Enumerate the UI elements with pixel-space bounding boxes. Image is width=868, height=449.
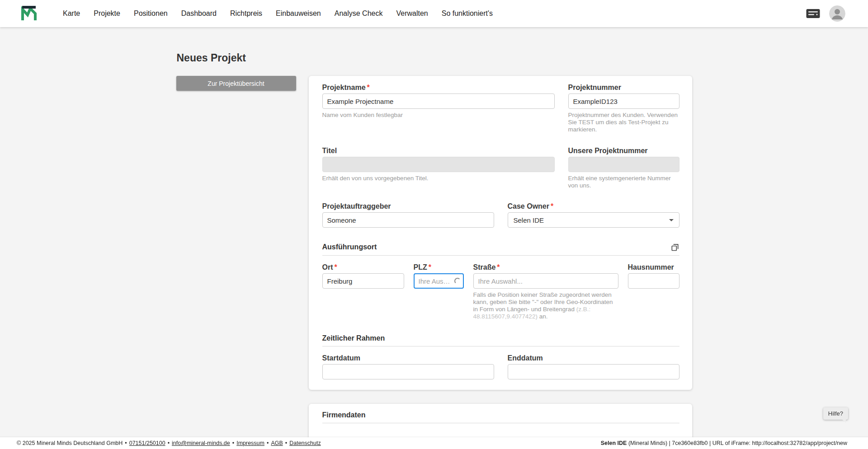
copyright-text: © 2025 Mineral Minds Deutschland GmbH — [17, 440, 123, 446]
strasse-input[interactable] — [473, 273, 618, 289]
required-marker: * — [367, 84, 370, 91]
strasse-label: Straße* — [473, 263, 618, 271]
hausnummer-field: Hausnummer — [628, 263, 679, 320]
main-content: Neues Projekt Zur Projektübersicht Proje… — [0, 27, 868, 449]
projektname-field: Projektname* Name vom Kunden festlegbar — [322, 83, 555, 133]
projektnummer-label-text: Projektnummer — [568, 84, 621, 91]
required-marker: * — [497, 263, 500, 271]
top-navbar: Karte Projekte Positionen Dashboard Rich… — [0, 0, 868, 27]
help-button-label: Hilfe? — [828, 410, 843, 417]
navbar-right — [806, 5, 845, 22]
page-footer: © 2025 Mineral Minds Deutschland GmbH • … — [0, 437, 868, 449]
nav-item-einbauweisen[interactable]: Einbauweisen — [276, 0, 321, 27]
firmendaten-section-header: Firmendaten — [322, 411, 679, 423]
nav-item-karte[interactable]: Karte — [63, 0, 80, 27]
copy-address-button[interactable] — [670, 243, 679, 252]
enddatum-label: Enddatum — [508, 354, 679, 362]
help-button[interactable]: Hilfe? — [823, 407, 848, 420]
startdatum-label: Startdatum — [322, 354, 494, 362]
agb-link[interactable]: AGB — [271, 440, 283, 446]
projektauftraggeber-label-text: Projektauftraggeber — [322, 202, 391, 210]
footer-separator: • — [267, 440, 269, 446]
strasse-label-text: Straße — [473, 263, 496, 271]
session-details: (Mineral Minds) | 7ce360e83fb0 | URL of … — [627, 440, 847, 446]
ort-label-text: Ort — [322, 263, 333, 271]
footer-separator: • — [125, 440, 127, 446]
unsere-projektnummer-helper: Erhält eine systemgenerierte Nummer von … — [568, 175, 679, 189]
back-to-project-overview-button[interactable]: Zur Projektübersicht — [176, 76, 296, 91]
titel-input — [322, 157, 555, 172]
required-marker: * — [551, 202, 553, 210]
strasse-field: Straße* Falls die Position keiner Straße… — [473, 263, 618, 320]
projektnummer-helper: Projektnummer des Kunden. Verwenden Sie … — [568, 112, 679, 133]
ort-input[interactable] — [322, 273, 404, 289]
nav-item-positionen[interactable]: Positionen — [134, 0, 168, 27]
ausfuehrungsort-heading: Ausführungsort — [322, 243, 377, 251]
projektname-input[interactable] — [322, 94, 555, 109]
user-avatar-icon — [829, 5, 845, 22]
strasse-helper-suffix: an. — [538, 313, 548, 320]
enddatum-input[interactable] — [508, 364, 679, 379]
enddatum-label-text: Enddatum — [508, 354, 543, 362]
plz-label-text: PLZ — [414, 263, 427, 271]
required-marker: * — [429, 263, 431, 271]
unsere-projektnummer-label: Unsere Projektnummer — [568, 146, 679, 155]
case-owner-field: Case Owner* Selen IDE — [508, 202, 679, 228]
nav-item-analyse-check[interactable]: Analyse Check — [335, 0, 383, 27]
zeitlicher-rahmen-heading: Zeitlicher Rahmen — [322, 334, 385, 342]
footer-separator: • — [168, 440, 170, 446]
email-link[interactable]: info@mineral-minds.de — [172, 440, 230, 446]
hausnummer-label: Hausnummer — [628, 263, 679, 271]
nav-item-richtpreis[interactable]: Richtpreis — [230, 0, 262, 27]
startdatum-label-text: Startdatum — [322, 354, 360, 362]
startdatum-input[interactable] — [322, 364, 494, 379]
ausfuehrungsort-section-header: Ausführungsort — [322, 243, 679, 256]
phone-link[interactable]: 07151/250100 — [129, 440, 165, 446]
titel-label: Titel — [322, 146, 555, 155]
impressum-link[interactable]: Impressum — [236, 440, 264, 446]
projektauftraggeber-field: Projektauftraggeber — [322, 202, 494, 228]
projektnummer-label: Projektnummer — [568, 83, 679, 92]
footer-left: © 2025 Mineral Minds Deutschland GmbH • … — [17, 440, 321, 446]
case-owner-select[interactable]: Selen IDE — [508, 212, 679, 228]
keyboard-icon[interactable] — [806, 9, 820, 19]
projektname-label: Projektname* — [322, 83, 555, 92]
hausnummer-label-text: Hausnummer — [628, 263, 674, 271]
titel-label-text: Titel — [322, 147, 337, 154]
firmendaten-heading: Firmendaten — [322, 411, 366, 419]
left-column: Zur Projektübersicht — [176, 76, 296, 91]
ort-label: Ort* — [322, 263, 404, 271]
titel-field: Titel Erhält den von uns vorgegebenen Ti… — [322, 146, 555, 189]
projektname-label-text: Projektname — [322, 84, 366, 91]
footer-separator: • — [232, 440, 234, 446]
projektnummer-input[interactable] — [568, 94, 679, 109]
page-title: Neues Projekt — [177, 52, 692, 64]
case-owner-value: Selen IDE — [514, 216, 544, 224]
zeitlicher-rahmen-section-header: Zeitlicher Rahmen — [322, 334, 679, 346]
projektauftraggeber-input[interactable] — [322, 212, 494, 228]
mineral-minds-logo-icon — [20, 5, 38, 22]
brand-logo[interactable] — [20, 5, 38, 22]
nav-item-verwalten[interactable]: Verwalten — [396, 0, 428, 27]
projektauftraggeber-label: Projektauftraggeber — [322, 202, 494, 210]
strasse-helper: Falls die Position keiner Straße zugeord… — [473, 291, 618, 320]
hausnummer-input[interactable] — [628, 273, 679, 289]
ort-field: Ort* — [322, 263, 404, 320]
datenschutz-link[interactable]: Datenschutz — [289, 440, 321, 446]
user-avatar[interactable] — [829, 5, 845, 22]
unsere-projektnummer-label-text: Unsere Projektnummer — [568, 147, 648, 154]
session-user: Selen IDE — [601, 440, 627, 446]
loading-spinner-icon — [454, 278, 461, 284]
plz-field: PLZ* — [414, 263, 464, 320]
nav-item-projekte[interactable]: Projekte — [94, 0, 120, 27]
footer-separator: • — [285, 440, 287, 446]
projektnummer-field: Projektnummer Projektnummer des Kunden. … — [568, 83, 679, 133]
project-form-card: Projektname* Name vom Kunden festlegbar … — [309, 76, 692, 390]
strasse-helper-main: Falls die Position keiner Straße zugeord… — [473, 291, 613, 313]
nav-item-dashboard[interactable]: Dashboard — [181, 0, 217, 27]
unsere-projektnummer-input — [568, 157, 679, 172]
chevron-down-icon — [669, 219, 674, 221]
copy-icon — [670, 243, 679, 252]
nav-item-so-funktionierts[interactable]: So funktioniert's — [442, 0, 493, 27]
startdatum-field: Startdatum — [322, 354, 494, 379]
